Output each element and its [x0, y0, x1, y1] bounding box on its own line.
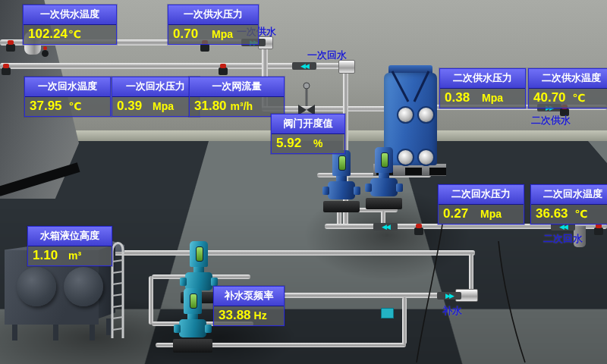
kpi-primary-return-pressure[interactable]: 一次回水压力 0.39Mpa	[112, 77, 200, 117]
kpi-title: 补水泵频率	[214, 287, 284, 306]
kpi-title: 一次供水压力	[168, 5, 258, 25]
hx-foot	[405, 168, 422, 175]
pipe-instrument-box	[381, 308, 394, 318]
tank-leg	[12, 324, 17, 340]
valve-icon	[6, 44, 15, 45]
kpi-value: 33.88Hz	[214, 306, 284, 325]
flow-arrow-right-icon: ▶▶	[437, 292, 461, 300]
flow-arrow-left-icon: ◀◀	[373, 223, 398, 231]
kpi-title: 阀门开度值	[272, 115, 344, 134]
kpi-tank-level[interactable]: 水箱液位高度 1.10m³	[27, 226, 112, 266]
kpi-title: 一次回水压力	[112, 77, 199, 97]
kpi-title: 二次回水压力	[439, 185, 524, 205]
kpi-primary-supply-pressure[interactable]: 一次供水压力 0.70Mpa	[168, 5, 259, 45]
valve-icon	[219, 67, 228, 68]
valve-icon	[560, 108, 569, 109]
hx-foot	[429, 168, 446, 175]
circulation-pump-2	[366, 147, 402, 209]
kpi-primary-return-temp[interactable]: 一次回水温度 37.95℃	[24, 77, 111, 117]
kpi-value: 40.70℃	[529, 89, 607, 108]
kpi-value: 37.95℃	[25, 97, 110, 116]
kpi-title: 二次回水温度	[531, 185, 607, 205]
kpi-value: 0.27Mpa	[439, 205, 524, 224]
tank-hatch	[64, 267, 103, 306]
kpi-title: 一次供水温度	[24, 5, 116, 25]
tank-leg	[53, 324, 58, 340]
kpi-title: 水箱液位高度	[28, 227, 112, 246]
label-secondary-return: 二次回水	[543, 232, 583, 246]
kpi-secondary-supply-temp[interactable]: 二次供水温度 40.70℃	[528, 68, 607, 108]
kpi-title: 二次供水温度	[529, 69, 607, 89]
kpi-value: 0.70Mpa	[168, 25, 258, 44]
tank-hatch	[17, 267, 56, 306]
hx-port	[397, 106, 414, 124]
tank-outlet-pipe	[106, 250, 475, 256]
kpi-value: 102.24℃	[24, 25, 116, 44]
kpi-secondary-return-temp[interactable]: 二次回水温度 36.63℃	[530, 184, 607, 224]
kpi-value: 31.80m³/h	[190, 97, 284, 116]
tank-leg	[90, 324, 95, 340]
bottom-pipe-riser	[402, 297, 407, 344]
kpi-value: 0.39Mpa	[112, 97, 199, 116]
kpi-title: 一次回水温度	[25, 77, 110, 97]
kpi-title: 一次网流量	[190, 77, 284, 97]
kpi-secondary-return-pressure[interactable]: 二次回水压力 0.27Mpa	[438, 184, 524, 224]
hmi-plant-screen: ▶▶ ◀◀ ▶▶ ◀◀ ◀◀ ▶▶	[0, 0, 607, 364]
kpi-value: 0.38Mpa	[440, 89, 525, 108]
label-primary-return: 一次回水	[307, 49, 347, 62]
kpi-primary-flow[interactable]: 一次网流量 31.80m³/h	[189, 77, 285, 117]
kpi-title: 二次供水压力	[440, 69, 525, 89]
kpi-value: 36.63℃	[531, 205, 607, 224]
valve-icon	[414, 228, 423, 228]
kpi-value: 5.92%	[272, 134, 344, 153]
hx-port	[417, 149, 435, 166]
kpi-primary-supply-temp[interactable]: 一次供水温度 102.24℃	[23, 5, 117, 45]
valve-icon	[594, 228, 603, 228]
circulation-pump-1	[323, 150, 360, 212]
flow-arrow-left-icon: ◀◀	[292, 62, 316, 70]
tank-leg	[106, 318, 112, 335]
label-makeup-water: 补水	[442, 304, 462, 318]
label-secondary-supply: 二次供水	[531, 114, 571, 127]
kpi-valve-opening[interactable]: 阀门开度值 5.92%	[271, 114, 345, 154]
hx-port	[417, 106, 435, 124]
valve-icon	[2, 67, 11, 68]
pressure-instrument-icon	[42, 50, 49, 57]
makeup-pump-2	[173, 288, 212, 353]
pump-loop-pipe-left	[149, 276, 153, 325]
kpi-makeup-pump-frequency[interactable]: 补水泵频率 33.88Hz	[213, 286, 285, 326]
kpi-value: 1.10m³	[28, 246, 112, 265]
kpi-secondary-supply-pressure[interactable]: 二次供水压力 0.38Mpa	[439, 68, 526, 108]
